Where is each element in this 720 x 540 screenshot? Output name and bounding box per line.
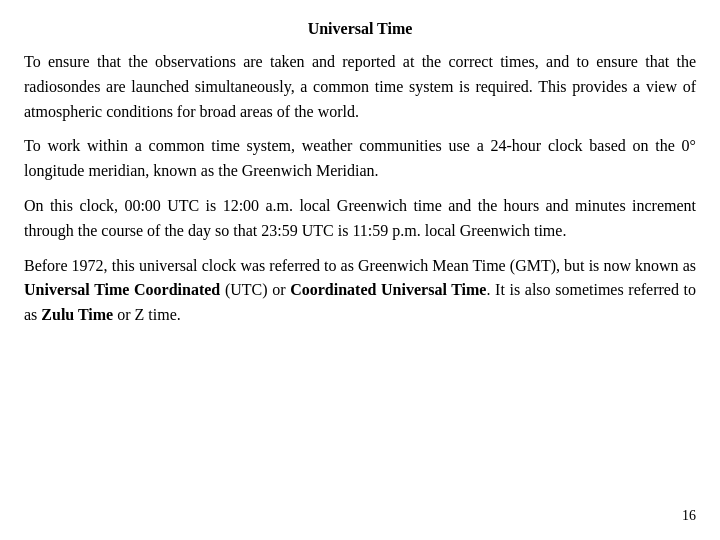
page-title: Universal Time: [24, 20, 696, 38]
paragraph-4-part4: or Z time.: [113, 306, 181, 323]
paragraph-2-text: To work within a common time system, wea…: [24, 137, 696, 179]
paragraph-4-part1: Before 1972, this universal clock was re…: [24, 257, 696, 274]
paragraph-1-text: To ensure that the observations are take…: [24, 53, 696, 120]
page: Universal Time To ensure that the observ…: [0, 0, 720, 540]
paragraph-4-bold1: Universal Time Coordinated: [24, 281, 220, 298]
page-number: 16: [682, 508, 696, 524]
paragraph-3: On this clock, 00:00 UTC is 12:00 a.m. l…: [24, 194, 696, 244]
paragraph-4: Before 1972, this universal clock was re…: [24, 254, 696, 328]
paragraph-4-bold2: Coordinated Universal Time: [290, 281, 486, 298]
paragraph-1: To ensure that the observations are take…: [24, 50, 696, 124]
paragraph-4-bold3: Zulu Time: [41, 306, 113, 323]
main-content: To ensure that the observations are take…: [24, 50, 696, 328]
paragraph-4-part2: (UTC) or: [220, 281, 290, 298]
paragraph-3-text: On this clock, 00:00 UTC is 12:00 a.m. l…: [24, 197, 696, 239]
paragraph-2: To work within a common time system, wea…: [24, 134, 696, 184]
